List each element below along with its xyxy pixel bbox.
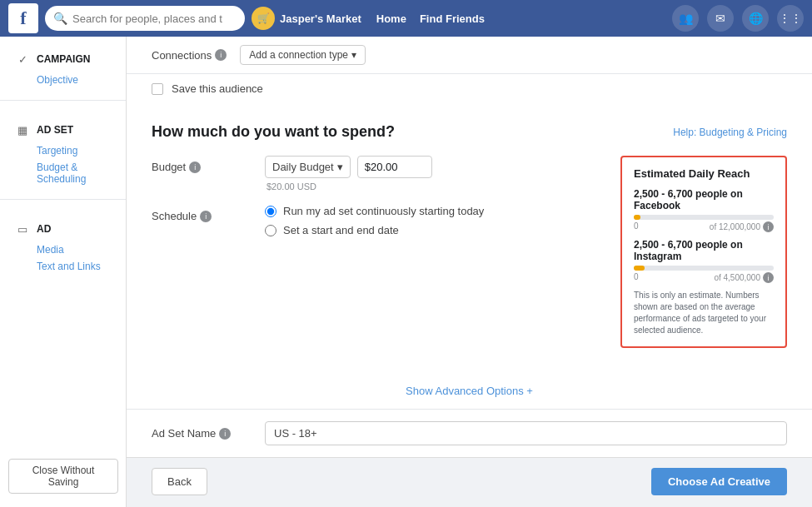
facebook-reach-label: 2,500 - 6,700 people on Facebook [634,188,774,211]
schedule-info-icon[interactable]: i [200,211,212,222]
facebook-bar-labels: 0of 12,000,000 i [634,221,774,232]
sidebar-budget-scheduling[interactable]: Budget & Scheduling [8,159,117,187]
save-audience-label: Save this audience [172,82,263,95]
instagram-reach-label: 2,500 - 6,700 people on Instagram [634,239,774,262]
avatar: 🛒 [252,7,275,30]
budget-content-layout: Budget i Daily Budget ▾ [152,156,787,348]
globe-icon[interactable]: 🌐 [742,5,769,32]
sidebar-item-adset[interactable]: ▦ AD SET [8,117,117,142]
instagram-bar-fill [634,266,645,271]
save-audience-bar: Save this audience [127,74,812,107]
grid-icon[interactable]: ⋮⋮ [777,5,804,32]
estimated-reach-title: Estimated Daily Reach [634,167,774,180]
connections-bar: Connections i Add a connection type ▾ [127,37,812,74]
adset-icon: ▦ [15,122,30,137]
budget-amount-input[interactable] [357,156,432,178]
schedule-row: Schedule i Run my ad set continuously st… [152,205,604,236]
footer-bar: Back Choose Ad Creative [127,457,812,505]
budget-header: How much do you want to spend? Help: Bud… [152,123,787,141]
budget-label: Budget i [152,156,252,173]
close-without-saving-button[interactable]: Close Without Saving [8,459,118,494]
adset-label: AD SET [37,124,73,136]
adset-name-label: Ad Set Name i [152,427,252,440]
add-connection-button[interactable]: Add a connection type ▾ [240,45,366,65]
ig-reach-info-icon[interactable]: i [763,272,774,283]
help-link[interactable]: Help: Budgeting & Pricing [673,127,787,138]
main-layout: ✓ CAMPAIGN Objective ▦ AD SET Targeting … [0,37,812,507]
sidebar-objective[interactable]: Objective [8,72,117,88]
sidebar-targeting[interactable]: Targeting [8,142,117,159]
budget-info-icon[interactable]: i [189,162,201,173]
budget-type-dropdown[interactable]: Daily Budget ▾ [265,156,351,178]
people-icon[interactable]: 👥 [672,5,699,32]
message-icon[interactable]: ✉ [707,5,734,32]
schedule-dates-radio[interactable] [265,225,276,236]
facebook-reach-bar [634,215,774,220]
facebook-reach: 2,500 - 6,700 people on Facebook 0of 12,… [634,188,774,232]
schedule-continuous-radio[interactable] [265,206,276,217]
advanced-options-bar: Show Advanced Options + [127,373,812,409]
nav-find-friends[interactable]: Find Friends [420,12,485,25]
reach-disclaimer: This is only an estimate. Numbers shown … [634,290,774,336]
budget-row: Budget i Daily Budget ▾ [152,156,604,191]
budget-title: How much do you want to spend? [152,123,395,141]
sidebar-campaign-section: ✓ CAMPAIGN Objective [0,37,126,93]
instagram-bar-labels: 0of 4,500,000 i [634,272,774,283]
facebook-bar-bg [634,215,774,220]
choose-ad-creative-button[interactable]: Choose Ad Creative [651,468,787,495]
schedule-label: Schedule i [152,205,252,222]
search-bar[interactable]: 🔍 [45,6,245,31]
nav-profile[interactable]: 🛒 Jasper's Market [252,7,361,30]
save-audience-checkbox[interactable] [152,83,163,95]
nav-home[interactable]: Home [376,12,406,25]
budget-controls: Daily Budget ▾ $20.00 USD [265,156,432,191]
ad-label: AD [37,223,51,235]
divider-1 [0,100,126,101]
sidebar-item-ad[interactable]: ▭ AD [8,216,117,241]
back-button[interactable]: Back [152,468,207,495]
sidebar: ✓ CAMPAIGN Objective ▦ AD SET Targeting … [0,37,127,507]
schedule-continuous-option[interactable]: Run my ad set continuously starting toda… [265,205,484,217]
facebook-bar-fill [634,215,640,220]
schedule-dates-option[interactable]: Set a start and end date [265,224,484,236]
nav-icons: 👥 ✉ 🌐 ⋮⋮ [672,5,804,32]
budget-form: Budget i Daily Budget ▾ [152,156,604,236]
advanced-options-link[interactable]: Show Advanced Options + [406,385,533,397]
content-area: Connections i Add a connection type ▾ Sa… [127,37,812,507]
connections-label: Connections i [152,49,227,62]
profile-name: Jasper's Market [280,12,361,25]
top-navigation: f 🔍 🛒 Jasper's Market Home Find Friends … [0,0,812,37]
instagram-bar-bg [634,266,774,271]
instagram-reach-bar [634,266,774,271]
adset-name-input[interactable] [265,421,787,445]
connections-info-icon[interactable]: i [215,49,227,61]
instagram-reach: 2,500 - 6,700 people on Instagram 0of 4,… [634,239,774,283]
budget-section: How much do you want to spend? Help: Bud… [127,107,812,373]
sidebar-item-campaign[interactable]: ✓ CAMPAIGN [8,47,117,72]
adset-name-info-icon[interactable]: i [219,428,231,440]
check-icon: ✓ [15,52,30,67]
budget-input-row: Daily Budget ▾ [265,156,432,178]
facebook-logo: f [8,3,38,33]
currency-note: $20.00 USD [267,181,432,191]
search-icon: 🔍 [53,12,67,25]
dropdown-arrow-icon: ▾ [351,49,356,61]
fb-reach-info-icon[interactable]: i [763,221,774,232]
sidebar-text-links[interactable]: Text and Links [8,258,117,275]
sidebar-ad-section: ▭ AD Media Text and Links [0,206,126,280]
schedule-options: Run my ad set continuously starting toda… [265,205,484,236]
estimated-reach-panel: Estimated Daily Reach 2,500 - 6,700 peop… [620,156,787,348]
dropdown-chevron-icon: ▾ [337,161,343,173]
nav-links: Home Find Friends [376,12,485,25]
campaign-label: CAMPAIGN [37,53,90,65]
ad-icon: ▭ [15,221,30,236]
search-input[interactable] [72,12,222,25]
budget-left: Budget i Daily Budget ▾ [152,156,604,236]
divider-2 [0,199,126,200]
sidebar-media[interactable]: Media [8,241,117,258]
sidebar-adset-section: ▦ AD SET Targeting Budget & Scheduling [0,107,126,192]
adset-name-bar: Ad Set Name i [127,409,812,457]
